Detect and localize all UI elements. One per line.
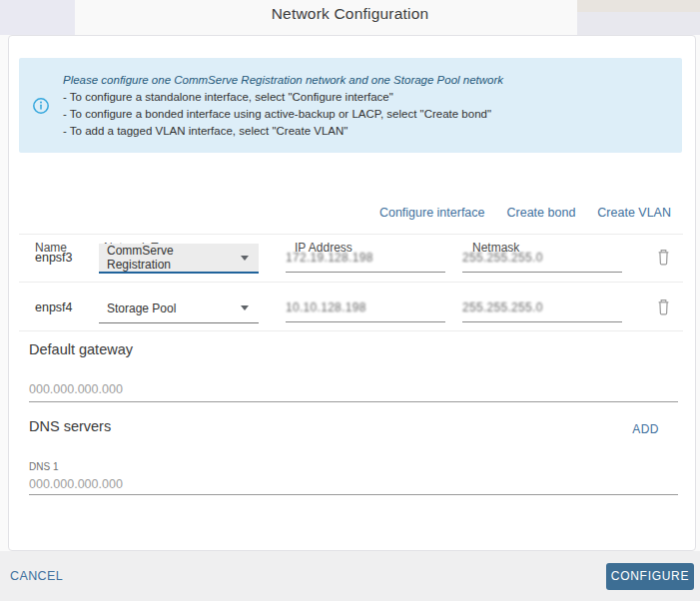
info-line-configure-interface: - To configure a standalone interface, s… — [63, 89, 503, 106]
configure-button[interactable]: CONFIGURE — [606, 563, 694, 590]
info-icon — [19, 97, 63, 115]
row-divider — [19, 234, 683, 235]
trash-icon — [656, 249, 671, 266]
row-divider — [19, 282, 683, 283]
interface-actions: Configure interface Create bond Create V… — [379, 206, 671, 220]
create-bond-link[interactable]: Create bond — [507, 206, 576, 220]
ip-address-value: 10.10.128.198 — [286, 300, 366, 314]
delete-interface-button[interactable] — [652, 248, 674, 270]
info-heading: Please configure one CommServe Registrat… — [63, 72, 503, 89]
chevron-down-icon — [241, 256, 249, 261]
netmask-field[interactable]: 255.255.255.0 — [462, 251, 622, 273]
info-line-create-bond: - To configure a bonded interface using … — [63, 106, 503, 123]
cancel-button[interactable]: CANCEL — [10, 569, 63, 583]
network-type-select[interactable]: CommServe Registration — [99, 244, 259, 274]
page-title: Network Configuration — [0, 5, 700, 23]
delete-interface-button[interactable] — [652, 298, 674, 319]
network-configuration-dialog: Please configure one CommServe Registrat… — [8, 35, 696, 551]
info-banner-text: Please configure one CommServe Registrat… — [63, 72, 513, 140]
network-type-select-value: Storage Pool — [107, 301, 176, 315]
dialog-footer: CANCEL CONFIGURE — [0, 551, 700, 601]
netmask-value: 255.255.255.0 — [462, 251, 543, 265]
chevron-down-icon — [241, 305, 249, 310]
interface-name: enpsf4 — [35, 300, 73, 314]
info-banner: Please configure one CommServe Registrat… — [19, 58, 682, 153]
configure-interface-link[interactable]: Configure interface — [379, 206, 485, 220]
netmask-field[interactable]: 255.255.255.0 — [462, 300, 622, 322]
network-type-select-value: CommServe Registration — [107, 244, 241, 272]
interface-name: enpsf3 — [35, 251, 73, 265]
dns1-field-label: DNS 1 — [29, 461, 58, 472]
ip-address-value: 172.19.128.198 — [286, 251, 373, 265]
trash-icon — [656, 299, 671, 315]
add-dns-button[interactable]: ADD — [632, 422, 659, 436]
info-line-create-vlan: - To add a tagged VLAN interface, select… — [63, 123, 503, 140]
dns-servers-heading: DNS servers — [29, 418, 111, 434]
dns1-input[interactable] — [29, 473, 678, 495]
netmask-value: 255.255.255.0 — [462, 300, 543, 314]
row-divider — [19, 330, 683, 331]
network-type-select[interactable]: Storage Pool — [99, 294, 259, 323]
default-gateway-input[interactable] — [29, 376, 678, 402]
ip-address-field[interactable]: 10.10.128.198 — [286, 300, 445, 322]
default-gateway-heading: Default gateway — [29, 341, 133, 357]
create-vlan-link[interactable]: Create VLAN — [597, 206, 671, 220]
ip-address-field[interactable]: 172.19.128.198 — [286, 251, 445, 273]
